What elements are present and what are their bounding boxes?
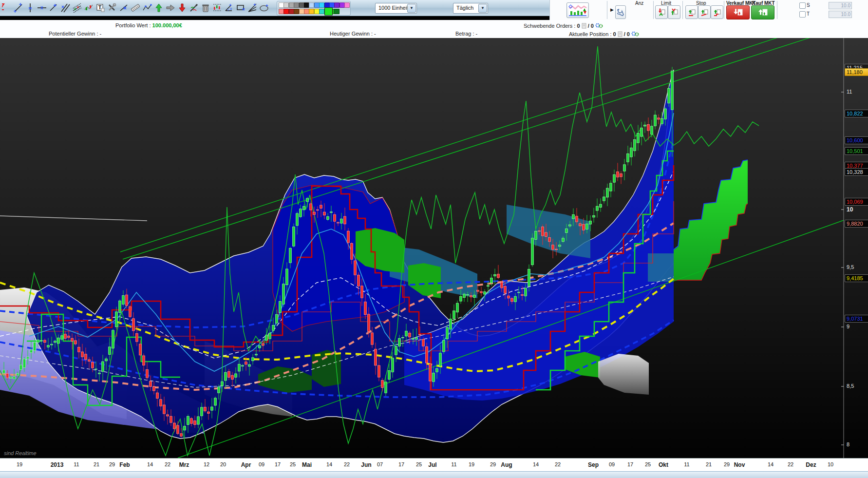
edge-partial-icon — [2, 3, 12, 13]
x-axis-tick: Okt — [659, 461, 668, 468]
color-swatch[interactable] — [294, 9, 299, 14]
crosshair-icon — [49, 3, 58, 13]
color-swatch[interactable] — [309, 2, 314, 8]
portfolio-label: Portfolio Wert : — [115, 22, 151, 28]
horizontal-line-icon-button[interactable] — [36, 1, 48, 14]
color-swatch[interactable] — [283, 2, 289, 8]
x-axis-tick: Mai — [302, 461, 312, 468]
sell-limit-button[interactable] — [655, 5, 668, 19]
vertical-line-icon-button[interactable] — [24, 1, 36, 14]
gears-icon[interactable] — [595, 22, 603, 29]
chevron-down-icon[interactable]: ▼ — [407, 4, 416, 13]
x-axis-tick: 17 — [275, 461, 281, 467]
ruler-icon-button[interactable] — [130, 1, 141, 14]
polyline-icon — [142, 3, 152, 13]
stop-loss-checkbox[interactable] — [799, 2, 806, 9]
wrench-icon — [617, 8, 624, 16]
buy-mkt-button[interactable] — [751, 5, 774, 19]
arrow-down-icon-button[interactable] — [176, 1, 188, 14]
order-list-icon[interactable] — [582, 23, 586, 29]
x-axis-tick: 29 — [724, 461, 730, 467]
x-axis-tick: Dez — [806, 461, 816, 468]
stop-limit-icon — [700, 8, 709, 17]
freehand-icon-button[interactable] — [188, 1, 200, 14]
edge-partial-icon-button[interactable] — [1, 1, 13, 14]
panel-collapse-icon[interactable]: ▶ — [610, 7, 614, 12]
fan-lines-icon-button[interactable] — [246, 1, 258, 14]
ellipse-icon-button[interactable] — [258, 1, 270, 14]
color-swatch[interactable] — [334, 2, 340, 8]
current-position: Aktuelle Position : 0 / 0 — [569, 31, 639, 37]
pattern-icon — [212, 3, 222, 13]
potential-profit-label: Potentieller Gewinn : — [49, 31, 98, 37]
gears-icon[interactable] — [631, 31, 639, 37]
units-dropdown[interactable]: 1000 Einheiten ▼ — [375, 3, 417, 14]
arrow-right-icon-button[interactable] — [165, 1, 176, 14]
x-axis-tick: 29 — [109, 461, 115, 467]
color-swatch-selected[interactable] — [324, 7, 333, 16]
take-profit-checkbox-label: T — [807, 11, 810, 17]
color-swatch[interactable] — [299, 2, 304, 8]
sell-mkt-button[interactable] — [726, 5, 750, 19]
svg-text:α: α — [230, 7, 232, 10]
color-swatch[interactable] — [304, 9, 309, 14]
chevron-down-icon[interactable]: ▼ — [478, 4, 487, 13]
trash-icon-button[interactable] — [200, 1, 211, 14]
candle-line-icon — [84, 3, 94, 13]
x-axis-tick: 14 — [147, 461, 153, 467]
pattern-icon-button[interactable] — [211, 1, 223, 14]
price-chart[interactable]: sind Realtime 11109,598,5811,21511,18010… — [0, 38, 868, 458]
period-dropdown[interactable]: Täglich ▼ — [453, 3, 488, 14]
x-axis-tick: Jun — [361, 461, 371, 468]
text-tool-icon-button[interactable]: T — [94, 1, 106, 14]
x-axis-tick: 09 — [609, 461, 615, 467]
chart-canvas[interactable] — [0, 38, 868, 458]
parallel-lines-icon-button[interactable] — [59, 1, 71, 14]
color-swatch[interactable] — [283, 9, 289, 14]
position-list-icon[interactable] — [618, 31, 623, 37]
buy-limit-button[interactable] — [668, 5, 680, 19]
color-swatch[interactable] — [319, 9, 324, 14]
freehand-icon — [189, 3, 199, 13]
color-swatch[interactable] — [309, 9, 314, 14]
arrow-up-icon — [154, 3, 164, 13]
stop-button-2[interactable] — [698, 5, 711, 19]
color-swatch[interactable] — [279, 9, 284, 14]
color-swatch[interactable] — [334, 9, 340, 14]
color-swatch[interactable] — [314, 2, 320, 8]
horizontal-line-icon — [37, 3, 47, 13]
arrow-up-icon-button[interactable] — [153, 1, 165, 14]
candle-line-icon-button[interactable] — [83, 1, 94, 14]
order-settings-button[interactable] — [615, 5, 626, 19]
color-swatch[interactable] — [289, 9, 294, 14]
rectangle-icon — [236, 3, 245, 13]
take-profit-checkbox[interactable] — [799, 11, 806, 18]
color-swatch[interactable] — [299, 9, 304, 14]
angle-icon-button[interactable]: α — [223, 1, 235, 14]
arrow-down-icon — [177, 3, 187, 13]
stop-button-3[interactable] — [711, 5, 723, 19]
chart-settings-button[interactable] — [566, 2, 589, 18]
crosshair-icon-button[interactable] — [48, 1, 59, 14]
color-swatch[interactable] — [304, 2, 309, 8]
amount: Betrag : - — [455, 31, 477, 37]
color-swatch[interactable] — [294, 2, 299, 8]
parallel-lines-icon — [60, 3, 70, 13]
rectangle-icon-button[interactable] — [235, 1, 246, 14]
color-swatch[interactable] — [344, 2, 350, 8]
regression-channel-icon-button[interactable] — [71, 1, 83, 14]
stop-button-1[interactable] — [685, 5, 698, 19]
polyline-icon-button[interactable] — [141, 1, 153, 14]
color-swatch[interactable] — [279, 2, 284, 8]
anz-label: Anz — [635, 0, 643, 6]
take-profit-value: 10.0 — [829, 11, 852, 18]
x-axis-tick: 29 — [490, 461, 496, 467]
color-swatch[interactable] — [314, 9, 320, 14]
delete-line-icon-button[interactable] — [118, 1, 130, 14]
color-swatch[interactable] — [289, 2, 294, 8]
color-swatch[interactable] — [319, 2, 324, 8]
color-swatch[interactable] — [340, 2, 345, 8]
y-axis-tick: 9,5 — [847, 264, 854, 270]
trendline-icon-button[interactable] — [13, 1, 24, 14]
tools-icon-button[interactable] — [106, 1, 118, 14]
